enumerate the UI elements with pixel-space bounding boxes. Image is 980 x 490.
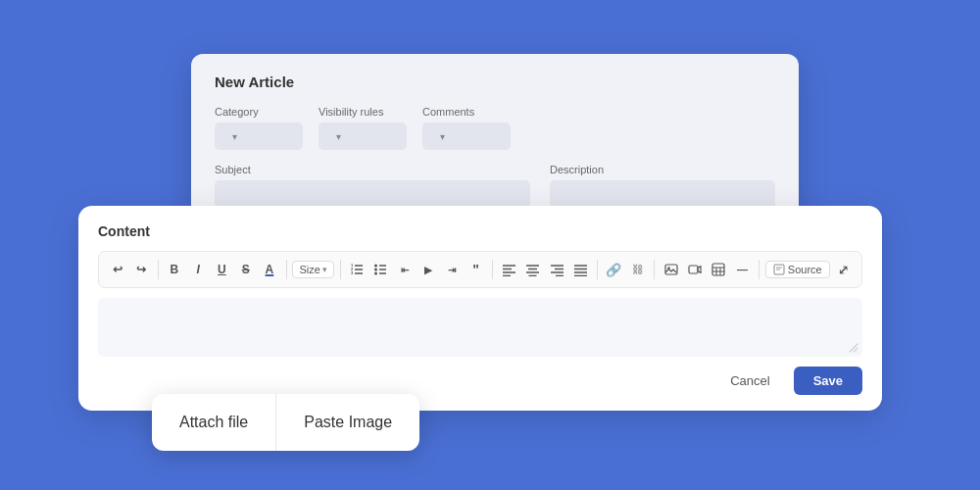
align-center-button[interactable] <box>522 257 543 282</box>
visibility-group: Visibility rules <box>318 106 407 150</box>
editor-card: Content ↩ ↪ B I U S A Size 123 ⇤ ▶ ⇥ " <box>78 206 882 411</box>
bold-button[interactable]: B <box>164 257 184 282</box>
category-row: Category Visibility rules Comments <box>215 106 775 150</box>
attach-file-button[interactable]: Attach file <box>152 394 276 451</box>
list-arrow-button[interactable]: ▶ <box>417 257 438 282</box>
svg-point-6 <box>374 265 377 268</box>
save-button[interactable]: Save <box>794 367 862 395</box>
separator-1 <box>158 260 159 279</box>
separator-6 <box>654 260 655 279</box>
editor-content-area[interactable] <box>98 298 862 357</box>
visibility-label: Visibility rules <box>318 106 407 118</box>
svg-point-8 <box>374 272 377 275</box>
category-select[interactable] <box>215 122 303 150</box>
comments-label: Comments <box>422 106 511 118</box>
ul-button[interactable] <box>370 257 391 282</box>
undo-button[interactable]: ↩ <box>107 257 127 282</box>
article-card-title: New Article <box>215 74 775 90</box>
fullscreen-button[interactable]: ⤢ <box>833 257 854 282</box>
paste-image-button[interactable]: Paste Image <box>276 394 419 451</box>
video-button[interactable] <box>684 257 705 282</box>
table-button[interactable] <box>709 257 729 282</box>
card-footer: Cancel Save <box>98 367 862 395</box>
align-left-button[interactable] <box>499 257 519 282</box>
unlink-button[interactable]: ⛓ <box>627 257 648 282</box>
comments-group: Comments <box>422 106 511 150</box>
svg-rect-28 <box>665 265 677 274</box>
separator-4 <box>492 260 493 279</box>
link-button[interactable]: 🔗 <box>604 257 624 282</box>
size-select[interactable]: Size <box>292 261 333 278</box>
indent-decrease-button[interactable]: ⇤ <box>394 257 415 282</box>
separator-3 <box>340 260 341 279</box>
description-label: Description <box>550 164 775 175</box>
indent-increase-button[interactable]: ⇥ <box>442 257 463 282</box>
hr-button[interactable]: — <box>732 257 753 282</box>
svg-point-7 <box>374 269 377 271</box>
blockquote-button[interactable]: " <box>466 257 486 282</box>
align-right-button[interactable] <box>546 257 566 282</box>
separator-2 <box>286 260 287 279</box>
attach-paste-popup: Attach file Paste Image <box>152 394 419 451</box>
subject-label: Subject <box>215 164 530 175</box>
category-label: Category <box>215 106 303 118</box>
separator-5 <box>597 260 598 279</box>
svg-text:3: 3 <box>351 270 354 275</box>
resize-handle-icon <box>848 342 859 354</box>
visibility-select[interactable] <box>318 122 407 150</box>
separator-7 <box>759 260 760 279</box>
ol-button[interactable]: 123 <box>347 257 368 282</box>
svg-rect-30 <box>689 266 698 273</box>
image-button[interactable] <box>661 257 681 282</box>
strikethrough-button[interactable]: S <box>235 257 256 282</box>
category-group: Category <box>215 106 303 150</box>
italic-button[interactable]: I <box>188 257 209 282</box>
redo-button[interactable]: ↪ <box>130 257 151 282</box>
source-label: Source <box>788 264 822 275</box>
editor-toolbar: ↩ ↪ B I U S A Size 123 ⇤ ▶ ⇥ " <box>98 251 862 288</box>
underline-button[interactable]: U <box>212 257 232 282</box>
align-justify-button[interactable] <box>570 257 591 282</box>
source-button[interactable]: Source <box>765 261 830 278</box>
cancel-button[interactable]: Cancel <box>716 367 783 395</box>
size-label: Size <box>299 264 319 275</box>
comments-select[interactable] <box>422 122 511 150</box>
subject-input[interactable] <box>215 180 530 208</box>
editor-label: Content <box>98 223 862 239</box>
font-color-button[interactable]: A <box>259 257 279 282</box>
svg-rect-31 <box>712 264 724 275</box>
